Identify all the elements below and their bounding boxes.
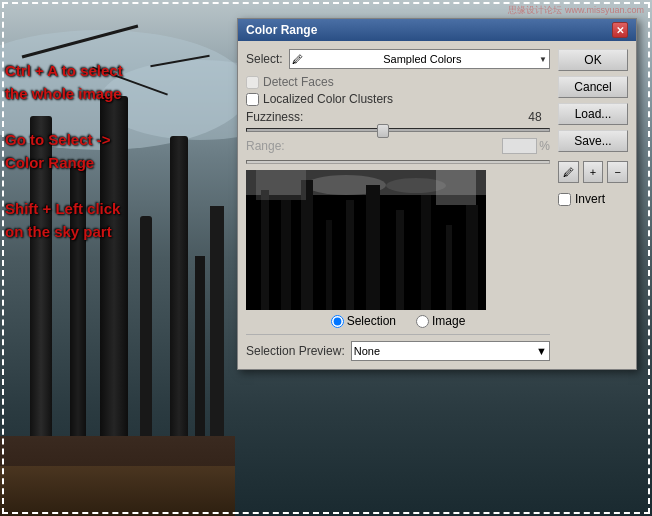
- selection-preview-value: None: [354, 345, 380, 357]
- dialog-content: Select: 🖉 Sampled Colors ▼ Detect Faces …: [238, 41, 636, 369]
- cancel-button[interactable]: Cancel: [558, 76, 628, 98]
- select-label: Select:: [246, 52, 283, 66]
- range-slider-track: [246, 160, 550, 164]
- watermark: 思缘设计论坛 www.missyuan.com: [508, 4, 644, 17]
- eyedropper-normal[interactable]: 🖉: [558, 161, 579, 183]
- detect-faces-checkbox[interactable]: [246, 76, 259, 89]
- selection-preview-row: Selection Preview: None ▼: [246, 334, 550, 361]
- fuzziness-slider-thumb[interactable]: [377, 124, 389, 138]
- selection-preview-arrow: ▼: [536, 345, 547, 357]
- dialog-right-panel: OK Cancel Load... Save... 🖉 + − Invert: [558, 49, 628, 361]
- color-range-preview: [246, 170, 486, 310]
- dialog-titlebar: Color Range ✕: [238, 19, 636, 41]
- fuzziness-label: Fuzziness:: [246, 110, 303, 124]
- radio-image-label: Image: [432, 314, 465, 328]
- fuzziness-value: 48: [520, 110, 550, 124]
- radio-image[interactable]: Image: [416, 314, 465, 328]
- invert-label: Invert: [575, 192, 605, 206]
- select-dropdown-value: Sampled Colors: [383, 53, 461, 65]
- range-slider-container: [246, 160, 550, 164]
- select-dropdown-icon: 🖉: [292, 53, 303, 65]
- fuzziness-slider-container: [246, 128, 550, 132]
- radio-selection[interactable]: Selection: [331, 314, 396, 328]
- radio-selection-input[interactable]: [331, 315, 344, 328]
- invert-row: Invert: [558, 192, 628, 206]
- radio-image-input[interactable]: [416, 315, 429, 328]
- dialog-close-button[interactable]: ✕: [612, 22, 628, 38]
- fuzziness-row: Fuzziness: 48: [246, 110, 550, 124]
- localized-clusters-label: Localized Color Clusters: [263, 92, 393, 106]
- load-button[interactable]: Load...: [558, 103, 628, 125]
- eyedropper-subtract[interactable]: −: [607, 161, 628, 183]
- range-percent: %: [539, 139, 550, 153]
- invert-checkbox[interactable]: [558, 193, 571, 206]
- select-dropdown-arrow: ▼: [539, 55, 547, 64]
- save-button[interactable]: Save...: [558, 130, 628, 152]
- fuzziness-slider-track[interactable]: [246, 128, 550, 132]
- selection-preview-dropdown[interactable]: None ▼: [351, 341, 550, 361]
- detect-faces-row: Detect Faces: [246, 75, 550, 89]
- range-input[interactable]: [502, 138, 537, 154]
- radio-row: Selection Image: [246, 314, 550, 328]
- localized-clusters-row: Localized Color Clusters: [246, 92, 550, 106]
- eyedropper-tools: 🖉 + −: [558, 161, 628, 183]
- eyedropper-add[interactable]: +: [583, 161, 604, 183]
- dialog-title: Color Range: [246, 23, 317, 37]
- ok-button[interactable]: OK: [558, 49, 628, 71]
- radio-selection-label: Selection: [347, 314, 396, 328]
- select-dropdown[interactable]: 🖉 Sampled Colors ▼: [289, 49, 550, 69]
- dialog-left-panel: Select: 🖉 Sampled Colors ▼ Detect Faces …: [246, 49, 550, 361]
- select-row: Select: 🖉 Sampled Colors ▼: [246, 49, 550, 69]
- range-label: Range:: [246, 139, 285, 153]
- color-range-dialog: Color Range ✕ Select: 🖉 Sampled Colors ▼…: [237, 18, 637, 370]
- range-row: Range: %: [246, 138, 550, 154]
- localized-clusters-checkbox[interactable]: [246, 93, 259, 106]
- selection-preview-label: Selection Preview:: [246, 344, 345, 358]
- detect-faces-label: Detect Faces: [263, 75, 334, 89]
